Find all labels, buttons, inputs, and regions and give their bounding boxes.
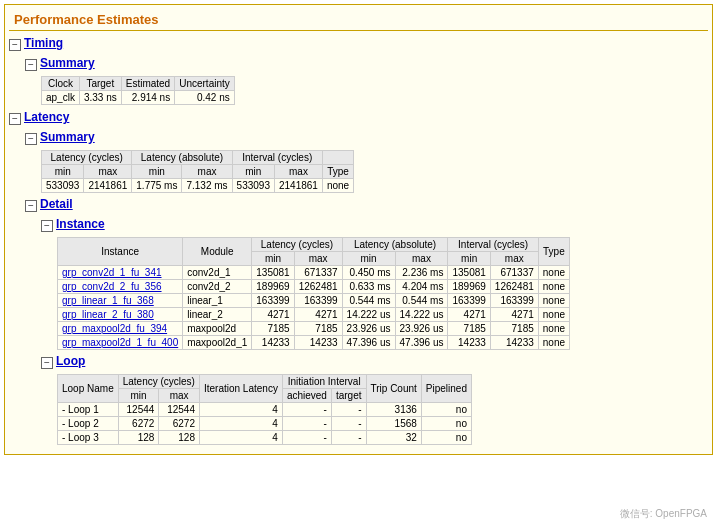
lat-min-h: min [42,165,84,179]
latency-absolute-header: Latency (absolute) [132,151,232,165]
loop-cell: - [282,403,331,417]
inst-ic-min: min [448,252,490,266]
loop-header: − Loop [41,354,708,371]
loop-cell: 4 [199,403,282,417]
timing-cell: ap_clk [42,91,80,105]
instance-cell: none [538,336,569,350]
instance-cell: 14233 [252,336,294,350]
table-row: grp_conv2d_1_fu_341conv2d_11350816713370… [58,266,570,280]
loop-ii-achieved: achieved [282,389,331,403]
timing-summary-collapse-icon[interactable]: − [25,59,37,71]
latency-summary-cell: 2141861 [274,179,322,193]
instance-cell: 163399 [448,294,490,308]
instance-cell: 23.926 us [395,322,448,336]
loop-table-container: Loop Name Latency (cycles) Iteration Lat… [57,374,708,445]
latency-summary-table: Latency (cycles) Latency (absolute) Inte… [41,150,354,193]
table-row: grp_maxpool2d_1_fu_400maxpool2d_11423314… [58,336,570,350]
instance-cell: 47.396 us [342,336,395,350]
loop-cell: 12544 [159,403,200,417]
loop-cell: - [331,431,366,445]
instance-cell: 4.204 ms [395,280,448,294]
timing-cell: 0.42 ns [175,91,235,105]
instance-cell[interactable]: grp_maxpool2d_1_fu_400 [58,336,183,350]
detail-title[interactable]: Detail [40,197,73,211]
timing-section: − Timing − Summary Clock Target Estimate… [9,36,708,105]
latency-summary-header: − Summary [25,130,708,147]
loop-col-name: Loop Name [58,375,119,403]
loop-cell: 3136 [366,403,421,417]
latency-collapse-icon[interactable]: − [9,113,21,125]
instance-cell: 0.633 ms [342,280,395,294]
inst-latency-abs: Latency (absolute) [342,238,448,252]
loop-trip-count: Trip Count [366,375,421,403]
table-row: grp_linear_1_fu_368linear_11633991633990… [58,294,570,308]
inst-ic-max: max [490,252,538,266]
instance-cell: conv2d_2 [183,280,252,294]
instance-cell: 14233 [490,336,538,350]
loop-cell: no [421,403,471,417]
loop-cell: - Loop 1 [58,403,119,417]
timing-cell: 3.33 ns [79,91,121,105]
instance-cell: 1262481 [490,280,538,294]
abs-min-h: min [132,165,182,179]
loop-iter-latency: Iteration Latency [199,375,282,403]
instance-cell: 7185 [252,322,294,336]
inst-la-min: min [342,252,395,266]
latency-summary-collapse-icon[interactable]: − [25,133,37,145]
watermark: 微信号: OpenFPGA [620,507,707,521]
instance-cell: 0.544 ms [342,294,395,308]
loop-pipelined: Pipelined [421,375,471,403]
inst-lc-min: min [252,252,294,266]
loop-collapse-icon[interactable]: − [41,357,53,369]
latency-summary-cell: 7.132 ms [182,179,232,193]
int-max-h: max [274,165,322,179]
timing-col-uncertainty: Uncertainty [175,77,235,91]
latency-summary-cell: 533093 [232,179,274,193]
detail-collapse-icon[interactable]: − [25,200,37,212]
instance-cell: 2.236 ms [395,266,448,280]
instance-cell: 163399 [252,294,294,308]
int-min-h: min [232,165,274,179]
timing-col-clock: Clock [42,77,80,91]
instance-cell: 23.926 us [342,322,395,336]
instance-cell[interactable]: grp_conv2d_1_fu_341 [58,266,183,280]
instance-cell: 14233 [294,336,342,350]
instance-cell: 7185 [294,322,342,336]
instance-cell[interactable]: grp_maxpool2d_fu_394 [58,322,183,336]
loop-cell: 128 [159,431,200,445]
instance-title[interactable]: Instance [56,217,105,231]
instance-cell[interactable]: grp_linear_1_fu_368 [58,294,183,308]
inst-la-max: max [395,252,448,266]
table-row: - Loop 2627262724--1568no [58,417,472,431]
instance-cell[interactable]: grp_linear_2_fu_380 [58,308,183,322]
latency-summary-cell: 1.775 ms [132,179,182,193]
page-title: Performance Estimates [9,9,708,31]
timing-title[interactable]: Timing [24,36,63,50]
timing-col-estimated: Estimated [121,77,174,91]
inst-latency-cycles: Latency (cycles) [252,238,342,252]
timing-collapse-icon[interactable]: − [9,39,21,51]
loop-cell: - Loop 3 [58,431,119,445]
latency-section: − Latency − Summary Latency (cycles) Lat… [9,110,708,445]
instance-cell[interactable]: grp_conv2d_2_fu_356 [58,280,183,294]
loop-cell: - [331,403,366,417]
table-row: grp_conv2d_2_fu_356conv2d_21899691262481… [58,280,570,294]
instance-cell: 671337 [490,266,538,280]
instance-cell: 189969 [448,280,490,294]
instance-cell: 163399 [294,294,342,308]
instance-table: Instance Module Latency (cycles) Latency… [57,237,570,350]
loop-cell: 1568 [366,417,421,431]
instance-cell: 135081 [252,266,294,280]
timing-summary-title[interactable]: Summary [40,56,95,70]
instance-cell: 7185 [448,322,490,336]
latency-summary-cell: none [322,179,353,193]
instance-collapse-icon[interactable]: − [41,220,53,232]
loop-title[interactable]: Loop [56,354,85,368]
loop-cell: 6272 [118,417,159,431]
inst-col-module: Module [183,238,252,266]
latency-title[interactable]: Latency [24,110,69,124]
instance-header: − Instance [41,217,708,234]
loop-cell: - [331,417,366,431]
latency-summary-title[interactable]: Summary [40,130,95,144]
main-container: Performance Estimates − Timing − Summary… [4,4,713,455]
